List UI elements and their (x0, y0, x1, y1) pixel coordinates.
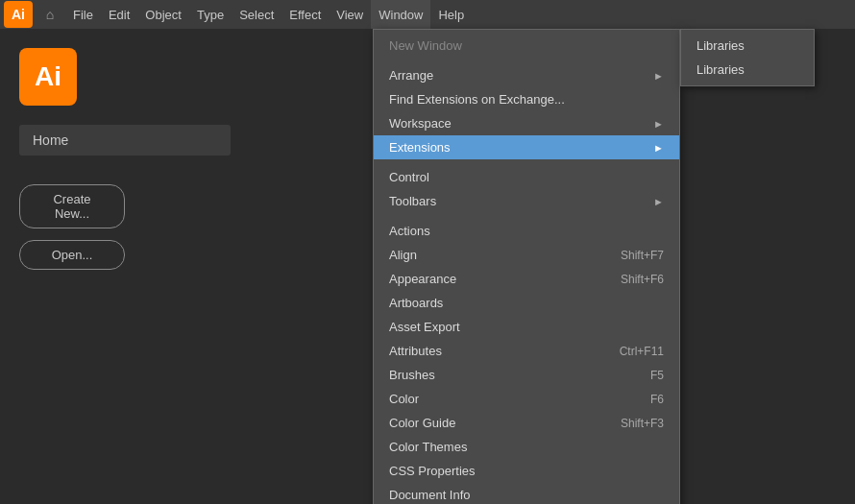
menu-window[interactable]: Window (371, 0, 430, 29)
dropdown-asset-export[interactable]: Asset Export (374, 315, 679, 339)
submenu-libraries-2[interactable]: Libraries (681, 58, 814, 82)
dropdown-artboards[interactable]: Artboards (374, 291, 679, 315)
arrange-arrow: ► (653, 70, 664, 82)
dropdown-color-themes[interactable]: Color Themes (374, 435, 679, 459)
dropdown-attributes[interactable]: Attributes Ctrl+F11 (374, 339, 679, 363)
dropdown-toolbars[interactable]: Toolbars ► (374, 189, 679, 213)
menu-view[interactable]: View (329, 0, 371, 29)
brushes-shortcut: F5 (650, 369, 664, 382)
dropdown-find-extensions[interactable]: Find Extensions on Exchange... (374, 87, 679, 111)
dropdown-actions[interactable]: Actions (374, 219, 679, 243)
create-new-button[interactable]: Create New... (19, 184, 125, 228)
dropdown-brushes[interactable]: Brushes F5 (374, 363, 679, 387)
extensions-arrow: ► (653, 142, 664, 154)
dropdown-new-window[interactable]: New Window (374, 34, 679, 58)
dropdown-appearance[interactable]: Appearance Shift+F6 (374, 267, 679, 291)
align-shortcut: Shift+F7 (621, 249, 664, 262)
home-label: Home (19, 125, 231, 156)
submenu-libraries-1[interactable]: Libraries (681, 34, 814, 58)
dropdown-control[interactable]: Control (374, 165, 679, 189)
workspace-arrow: ► (653, 118, 664, 130)
color-guide-shortcut: Shift+F3 (621, 417, 664, 430)
dropdown-document-info[interactable]: Document Info (374, 483, 679, 504)
menu-object[interactable]: Object (137, 0, 189, 29)
app-logo-big: Ai (19, 48, 77, 106)
menu-bar: Ai ⌂ File Edit Object Type Select Effect… (0, 0, 855, 29)
menu-effect[interactable]: Effect (281, 0, 329, 29)
menu-file[interactable]: File (65, 0, 101, 29)
dropdown-align[interactable]: Align Shift+F7 (374, 243, 679, 267)
dropdown-workspace[interactable]: Workspace ► (374, 111, 679, 135)
menu-edit[interactable]: Edit (101, 0, 137, 29)
attributes-shortcut: Ctrl+F11 (620, 345, 664, 358)
color-shortcut: F6 (650, 393, 664, 406)
toolbars-arrow: ► (653, 196, 664, 207)
window-dropdown-menu: New Window Arrange ► Find Extensions on … (373, 29, 680, 504)
menu-help[interactable]: Help (430, 0, 472, 29)
dropdown-color-guide[interactable]: Color Guide Shift+F3 (374, 411, 679, 435)
menu-type[interactable]: Type (189, 0, 232, 29)
menu-select[interactable]: Select (232, 0, 281, 29)
extensions-submenu: Libraries Libraries (680, 29, 815, 86)
app-logo: Ai (4, 1, 33, 28)
home-icon[interactable]: ⌂ (38, 3, 61, 26)
open-button[interactable]: Open... (19, 240, 125, 270)
dropdown-extensions[interactable]: Extensions ► (374, 135, 679, 159)
sidebar: Ai Home Create New... Open... (0, 29, 288, 504)
appearance-shortcut: Shift+F6 (621, 273, 664, 286)
dropdown-css-properties[interactable]: CSS Properties (374, 459, 679, 483)
dropdown-arrange[interactable]: Arrange ► (374, 63, 679, 87)
dropdown-color[interactable]: Color F6 (374, 387, 679, 411)
